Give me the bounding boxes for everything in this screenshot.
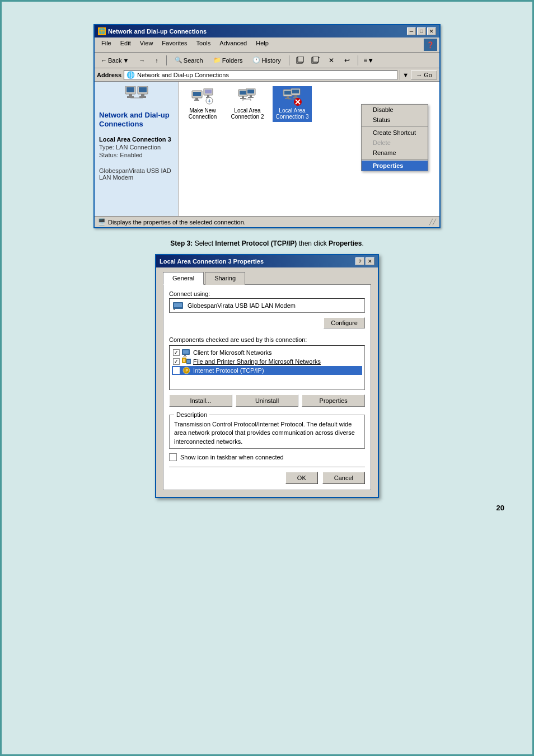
- context-menu-create-shortcut[interactable]: Create Shortcut: [362, 128, 428, 138]
- copy-button[interactable]: [293, 54, 307, 67]
- component-checkbox-2[interactable]: ✓: [173, 358, 180, 365]
- menu-edit[interactable]: Edit: [116, 39, 135, 51]
- svg-rect-41: [294, 95, 297, 97]
- sidebar-network-icon: [123, 86, 151, 109]
- back-dropdown-icon: ▼: [123, 57, 129, 64]
- svg-rect-15: [193, 92, 201, 96]
- menu-tools[interactable]: Tools: [192, 39, 216, 51]
- window-title: Network and Dial-up Connections: [108, 28, 207, 35]
- search-button[interactable]: 🔍 Search: [171, 55, 207, 65]
- local-area-connection-2-item[interactable]: Local Area Connection 2: [228, 86, 267, 122]
- svg-rect-16: [195, 98, 198, 100]
- window-content: Network and Dial-up Connections Local Ar…: [95, 82, 439, 216]
- minimize-button[interactable]: ─: [407, 27, 416, 35]
- component-checkbox-1[interactable]: ✓: [173, 349, 180, 356]
- move-button[interactable]: [309, 54, 322, 67]
- tab-sharing[interactable]: Sharing: [205, 272, 245, 285]
- resize-handle[interactable]: ╱╱: [429, 219, 436, 225]
- undo-button[interactable]: ↩: [340, 54, 354, 67]
- svg-rect-7: [129, 94, 132, 96]
- tab-general[interactable]: General: [163, 272, 204, 285]
- show-icon-label: Show icon in taskbar when connected: [180, 454, 284, 461]
- connect-using-row: GlobespanVirata USB IAD LAN Modem: [169, 298, 365, 313]
- uninstall-button[interactable]: Uninstall: [236, 395, 299, 407]
- svg-rect-29: [247, 90, 254, 93]
- address-input[interactable]: 🌐 Network and Dial-up Connections: [124, 70, 397, 80]
- component-checkbox-3[interactable]: ✓: [173, 367, 180, 374]
- close-button[interactable]: ✕: [427, 27, 436, 35]
- menu-advanced[interactable]: Advanced: [215, 39, 251, 51]
- make-new-connection-label: Make New Connection: [185, 107, 220, 120]
- ok-button[interactable]: OK: [285, 472, 318, 484]
- svg-rect-17: [194, 100, 199, 101]
- install-button[interactable]: Install...: [169, 395, 232, 407]
- component-icon-1: [182, 349, 191, 356]
- context-menu-status[interactable]: Status: [362, 115, 428, 125]
- cancel-button[interactable]: Cancel: [322, 472, 365, 484]
- views-button[interactable]: ≡▼: [362, 54, 376, 67]
- delete-button[interactable]: ✕: [325, 54, 338, 67]
- menu-help[interactable]: Help: [251, 39, 273, 51]
- component-client-ms-networks[interactable]: ✓ Client for Microsoft Networks: [172, 348, 362, 357]
- description-text: Transmission Control Protocol/Internet P…: [174, 420, 360, 446]
- component-icon-3: IP: [182, 367, 191, 374]
- history-icon: 🕐: [252, 57, 260, 64]
- back-button[interactable]: ← Back ▼: [97, 55, 133, 65]
- maximize-button[interactable]: □: [417, 27, 426, 35]
- context-menu-delete[interactable]: Delete: [362, 138, 428, 148]
- connections-area: + Make New Connection: [179, 82, 439, 216]
- svg-rect-48: [174, 303, 182, 307]
- svg-rect-1: [298, 57, 303, 62]
- forward-icon: →: [139, 57, 145, 64]
- svg-rect-57: [187, 360, 190, 363]
- context-menu-disable[interactable]: Disable: [362, 105, 428, 115]
- show-icon-checkbox[interactable]: [169, 453, 177, 461]
- go-icon: →: [416, 72, 422, 78]
- network-connections-window: 🌐 Network and Dial-up Connections ─ □ ✕ …: [93, 24, 441, 228]
- component-tcp-ip[interactable]: ✓ IP Internet Protocol (TCP/IP): [172, 366, 362, 375]
- svg-rect-42: [293, 97, 298, 98]
- context-menu-rename[interactable]: Rename: [362, 148, 428, 158]
- component-label-2: File and Printer Sharing for Microsoft N…: [193, 358, 321, 365]
- properties-button[interactable]: Properties: [302, 395, 365, 407]
- menu-favorites[interactable]: Favorites: [157, 39, 191, 51]
- make-new-connection-item[interactable]: + Make New Connection: [183, 86, 222, 122]
- up-button[interactable]: ↑: [151, 55, 162, 65]
- dialog-close-button[interactable]: ✕: [366, 257, 374, 265]
- forward-button[interactable]: →: [135, 55, 149, 65]
- dialog-tabs: General Sharing: [163, 272, 371, 285]
- dialog-help-button[interactable]: ?: [355, 257, 364, 265]
- history-button[interactable]: 🕐 History: [249, 55, 284, 65]
- components-label: Components checked are used by this conn…: [169, 336, 365, 343]
- svg-rect-3: [313, 57, 318, 62]
- address-dropdown-arrow[interactable]: ▼: [402, 72, 409, 78]
- toolbar-separator-2: [289, 55, 289, 65]
- toolbar: ← Back ▼ → ↑ 🔍 Search 📁 Folders 🕐 Histor: [95, 53, 439, 68]
- go-button[interactable]: → Go: [411, 71, 437, 79]
- back-icon: ←: [101, 57, 107, 64]
- svg-rect-26: [242, 96, 244, 98]
- status-icon: 🖥️: [98, 218, 106, 226]
- context-menu-properties[interactable]: Properties: [362, 161, 428, 171]
- component-file-printer-sharing[interactable]: ✓ File and Printer Sharing for Microsoft…: [172, 357, 362, 366]
- page-container: 🌐 Network and Dial-up Connections ─ □ ✕ …: [13, 13, 521, 523]
- dialog-footer: OK Cancel: [169, 467, 365, 484]
- local-area-connection-3-icon: [281, 88, 303, 106]
- toolbar-separator-3: [358, 55, 358, 65]
- history-label: History: [261, 57, 280, 64]
- show-icon-row: Show icon in taskbar when connected: [169, 453, 365, 461]
- svg-rect-11: [141, 94, 144, 96]
- description-group: Description Transmission Control Protoco…: [169, 411, 365, 449]
- local-area-connection-3-item[interactable]: Local Area Connection 3: [273, 86, 312, 122]
- device-name: GlobespanVirata USB IAD LAN Modem: [188, 302, 296, 309]
- menu-view[interactable]: View: [135, 39, 158, 51]
- window-icon: 🌐: [98, 27, 106, 35]
- up-icon: ↑: [155, 57, 158, 64]
- configure-button[interactable]: Configure: [324, 317, 365, 328]
- folders-button[interactable]: 📁 Folders: [209, 55, 247, 65]
- menu-file[interactable]: File: [97, 39, 116, 51]
- dialog-titlebar: Local Area Connection 3 Properties ? ✕: [156, 255, 378, 267]
- status-bar: 🖥️ Displays the properties of the select…: [95, 216, 439, 227]
- address-bar: Address 🌐 Network and Dial-up Connection…: [95, 68, 439, 82]
- menubar: File Edit View Favorites Tools Advanced …: [95, 37, 439, 53]
